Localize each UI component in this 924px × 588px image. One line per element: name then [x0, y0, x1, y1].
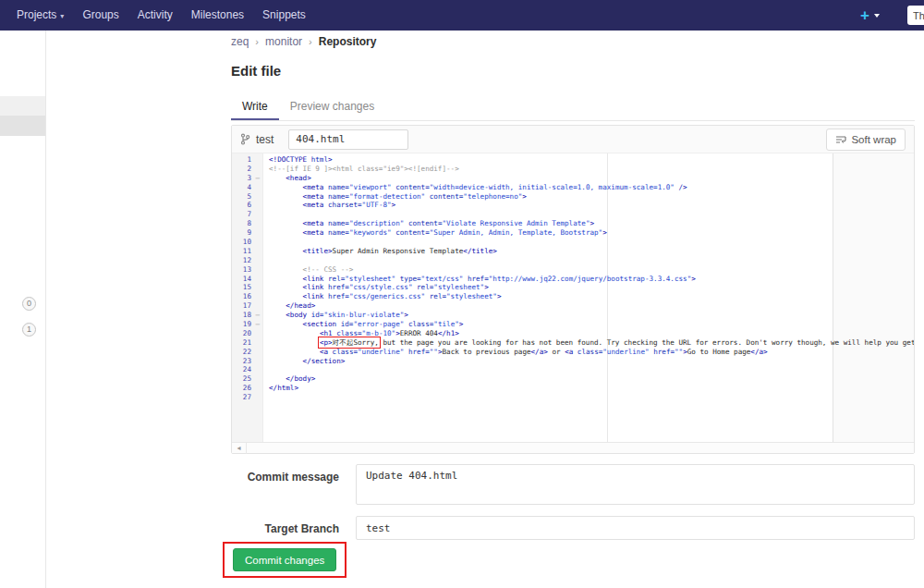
file-editor: test Soft wrap 123–456789101112131415161…	[231, 125, 915, 454]
sidebar-count-badge[interactable]: 1	[22, 323, 36, 337]
sidebar-item[interactable]	[0, 116, 45, 136]
gutter-line: 4	[232, 183, 262, 192]
gutter-line: 20	[232, 329, 262, 338]
breadcrumb-separator: ›	[302, 36, 319, 47]
commit-message-row: Commit message Update 404.html	[231, 464, 915, 505]
line-number: 2	[247, 165, 251, 173]
line-number: 6	[247, 201, 251, 209]
gutter-line: 10	[232, 238, 262, 247]
line-number: 9	[247, 228, 251, 237]
fold-marker[interactable]: –	[255, 311, 260, 320]
code-line[interactable]: <meta name="viewport" content="width=dev…	[269, 183, 914, 192]
code-line[interactable]: <body id="skin-blur-violate">	[269, 311, 914, 320]
line-number: 23	[243, 357, 251, 365]
line-number: 11	[243, 247, 251, 255]
line-number: 20	[243, 329, 251, 337]
code-line[interactable]: </head>	[269, 301, 914, 311]
chevron-down-icon	[874, 14, 880, 18]
soft-wrap-button[interactable]: Soft wrap	[826, 129, 906, 151]
line-number: 14	[243, 275, 251, 283]
breadcrumb-item[interactable]: monitor	[265, 35, 302, 48]
line-number: 4	[247, 183, 251, 191]
gutter-line: 26	[232, 384, 262, 393]
code-line[interactable]: <link rel="stylesheet" type="text/css" h…	[269, 275, 914, 284]
code-editor-area[interactable]: 123–456789101112131415161718–19–20212223…	[232, 153, 914, 442]
code-lines: <!DOCTYPE html><!--[if IE 9 ]><html clas…	[269, 155, 914, 402]
new-menu-button[interactable]: +	[860, 0, 880, 31]
code-line[interactable]: <a class="underline" href="">Back to pre…	[269, 348, 914, 357]
line-number: 13	[243, 265, 251, 274]
gutter-line: 25	[232, 374, 262, 384]
nav-item-groups[interactable]: Groups	[73, 0, 128, 31]
breadcrumb: zeq›monitor›Repository	[231, 35, 376, 48]
fold-marker[interactable]: –	[255, 174, 260, 183]
line-number: 5	[247, 192, 251, 201]
target-branch-input[interactable]	[356, 516, 915, 540]
gutter-line: 15	[232, 283, 262, 292]
commit-message-label: Commit message	[231, 464, 356, 484]
gutter-line: 8	[232, 219, 262, 228]
nav-item-activity[interactable]: Activity	[128, 0, 182, 31]
code-line[interactable]: <h1 class="m-b-10">ERROR 404</h1>	[269, 329, 914, 338]
nav-item-milestones[interactable]: Milestones	[182, 0, 253, 31]
nav-item-snippets[interactable]: Snippets	[253, 0, 315, 31]
code-line[interactable]: <p>对不起Sorry, but the page you are lookin…	[269, 338, 914, 348]
code-line[interactable]: <meta name="format-detection" content="t…	[269, 192, 914, 202]
commit-changes-button[interactable]: Commit changes	[233, 548, 336, 571]
gutter-line: 7	[232, 210, 262, 219]
line-number: 21	[243, 338, 251, 347]
breadcrumb-separator: ›	[249, 36, 265, 47]
code-line[interactable]: <head>	[269, 174, 914, 183]
line-number: 22	[243, 348, 251, 356]
tab-preview-changes[interactable]: Preview changes	[279, 93, 385, 120]
code-line[interactable]: <!DOCTYPE html>	[269, 155, 914, 165]
code-line[interactable]: <link href="css/generics.css" rel="style…	[269, 292, 914, 301]
line-number: 18	[243, 311, 251, 319]
line-number: 8	[247, 219, 251, 227]
code-line[interactable]	[269, 365, 914, 374]
sidebar-count-badge[interactable]: 0	[22, 297, 36, 311]
line-number: 16	[243, 292, 251, 300]
code-line[interactable]: <meta name="description" content="Violat…	[269, 219, 914, 228]
gutter-line: 6	[232, 201, 262, 210]
line-number: 10	[243, 238, 251, 246]
code-line[interactable]: <title>Super Admin Responsive Template</…	[269, 247, 914, 256]
breadcrumb-item[interactable]: zeq	[231, 35, 249, 48]
fold-marker[interactable]: –	[255, 320, 260, 329]
nav-item-label: Projects	[17, 8, 56, 21]
gutter-line: 19–	[232, 320, 262, 329]
gutter-line: 9	[232, 228, 262, 238]
code-line[interactable]: <meta charset="UTF-8">	[269, 201, 914, 210]
gutter-line: 12	[232, 256, 262, 265]
code-line[interactable]	[269, 393, 914, 402]
tab-write[interactable]: Write	[231, 93, 279, 120]
gutter-line: 24	[232, 365, 262, 374]
chevron-down-icon: ▾	[60, 12, 64, 20]
scroll-left-arrow[interactable]: ◂	[232, 443, 247, 454]
horizontal-scrollbar[interactable]: ◂	[232, 442, 914, 453]
breadcrumb-item[interactable]: Repository	[319, 35, 377, 48]
gutter-line: 13	[232, 265, 262, 275]
code-line[interactable]: <meta name="keywords" content="Super Adm…	[269, 228, 914, 238]
code-line[interactable]	[269, 238, 914, 247]
line-number: 27	[243, 393, 251, 401]
commit-message-input[interactable]: Update 404.html	[356, 464, 915, 505]
gutter-line: 16	[232, 292, 262, 301]
code-line[interactable]: </section>	[269, 357, 914, 366]
code-line[interactable]: <!--[if IE 9 ]><html class="ie9"><![endi…	[269, 165, 914, 174]
code-line[interactable]: </body>	[269, 374, 914, 384]
left-sidebar: 0 1	[0, 31, 46, 588]
filename-input[interactable]	[288, 129, 408, 150]
line-number: 7	[247, 210, 251, 218]
search-input[interactable]	[907, 6, 924, 25]
code-line[interactable]: <link href="css/style.css" rel="styleshe…	[269, 283, 914, 292]
code-line[interactable]: </html>	[269, 384, 914, 393]
sidebar-item[interactable]	[0, 96, 45, 116]
code-line[interactable]	[269, 210, 914, 219]
code-line[interactable]: <!-- CSS -->	[269, 265, 914, 275]
code-line[interactable]: <section id="error-page" class="tile">	[269, 320, 914, 329]
nav-item-projects[interactable]: Projects▾	[7, 0, 73, 31]
main-nav: Projects▾GroupsActivityMilestonesSnippet…	[0, 0, 315, 31]
code-line[interactable]	[269, 256, 914, 265]
gutter-line: 22	[232, 348, 262, 357]
